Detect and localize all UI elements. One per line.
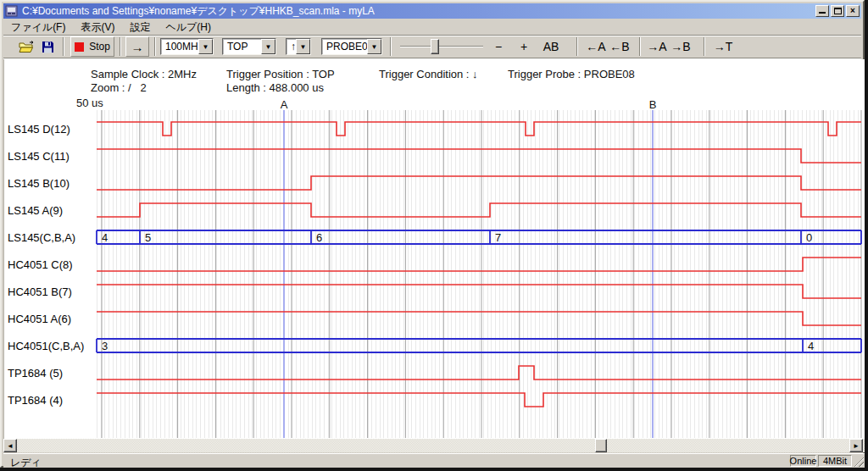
bus-value: 6 — [316, 231, 322, 244]
horizontal-scrollbar[interactable]: ◄ ► — [3, 439, 865, 452]
signal-trace — [97, 258, 861, 271]
signal-trace — [97, 203, 861, 217]
scroll-left-button[interactable]: ◄ — [3, 439, 17, 452]
marker-b-label: B — [649, 98, 657, 111]
signal-trace — [97, 393, 861, 407]
bus-value: 4 — [808, 340, 814, 352]
marker-a-label: A — [281, 98, 288, 111]
signal-trace — [97, 312, 861, 325]
scroll-right-button[interactable]: ► — [849, 439, 863, 452]
status-online-badge: Online — [790, 455, 816, 467]
bus-value: 3 — [102, 340, 108, 352]
status-ready-text: レディ — [10, 456, 42, 470]
status-memory-badge: 4MBit — [818, 455, 852, 467]
resize-grip-icon[interactable] — [853, 456, 864, 467]
bus-value: 7 — [495, 231, 501, 244]
desktop: C:¥Documents and Settings¥noname¥デスクトップ¥… — [0, 0, 868, 471]
bus-value: 4 — [102, 231, 108, 244]
scrollbar-thumb[interactable] — [595, 439, 607, 452]
app-window: C:¥Documents and Settings¥noname¥デスクトップ¥… — [0, 0, 865, 468]
signal-trace — [97, 149, 861, 163]
bus-value: 0 — [806, 231, 812, 244]
status-bar: レディ Online 4MBit — [3, 453, 865, 468]
signal-trace — [97, 285, 861, 298]
signal-trace — [97, 366, 861, 380]
signal-trace — [97, 176, 861, 190]
waveform-canvas[interactable]: AB4567034 — [2, 2, 866, 469]
bus-value: 5 — [145, 231, 151, 244]
signal-trace — [97, 122, 861, 136]
